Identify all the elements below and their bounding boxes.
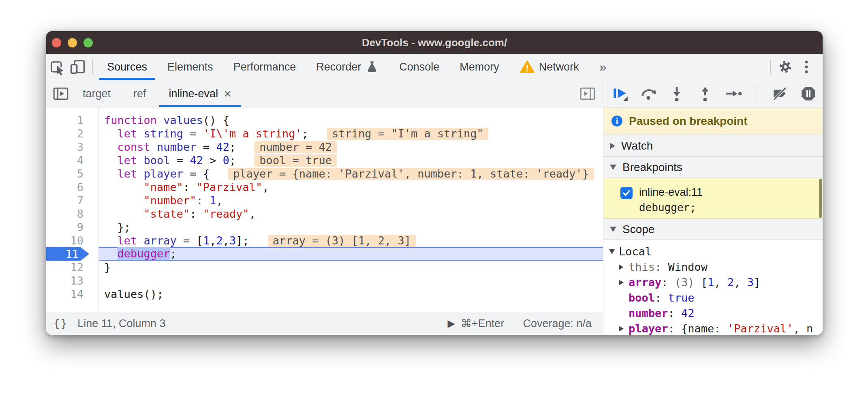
code-line-2[interactable]: let string = 'I\'m a string';string = "I… bbox=[99, 127, 603, 140]
code-area[interactable]: 12345678910121314 function values() { le… bbox=[46, 107, 603, 312]
scope-section-header[interactable]: Scope bbox=[603, 219, 823, 240]
code-token: number bbox=[157, 141, 197, 153]
titlebar[interactable]: DevTools - www.google.com/ bbox=[46, 31, 823, 54]
tab-label: Memory bbox=[460, 61, 499, 73]
device-toolbar-button[interactable] bbox=[67, 56, 88, 77]
tab-label: Performance bbox=[233, 61, 296, 73]
variable-name: bool bbox=[629, 290, 655, 306]
scope-variable-player[interactable]: player: {name: 'Parzival', n bbox=[603, 321, 823, 335]
code-line-3[interactable]: const number = 42;number = 42 bbox=[99, 140, 603, 154]
variable-value: 'Parzival' bbox=[727, 321, 793, 335]
tab-network[interactable]: Network bbox=[509, 54, 589, 80]
line-number-8[interactable]: 8 bbox=[46, 207, 98, 221]
code-lines[interactable]: function values() { let string = 'I\'m a… bbox=[99, 107, 603, 312]
line-number-2[interactable]: 2 bbox=[46, 127, 98, 140]
code-line-10[interactable]: let array = [1,2,3];array = (3) [1, 2, 3… bbox=[99, 234, 603, 247]
execution-line-marker[interactable]: 11 bbox=[46, 247, 89, 261]
file-tab-target[interactable]: target bbox=[71, 80, 122, 107]
tab-elements[interactable]: Elements bbox=[157, 54, 223, 80]
file-tab-inline-eval[interactable]: inline-eval× bbox=[158, 80, 243, 107]
navigator-toggle-button[interactable] bbox=[50, 83, 71, 104]
code-token: string bbox=[144, 127, 184, 140]
menu-button[interactable] bbox=[796, 56, 817, 77]
scope-local-row[interactable]: Local bbox=[603, 244, 823, 259]
code-token bbox=[137, 154, 143, 167]
code-line-14[interactable]: values(); bbox=[99, 287, 603, 301]
inline-eval-hint: bool = true bbox=[254, 154, 337, 167]
breakpoint-checkbox[interactable] bbox=[620, 187, 633, 199]
pause-on-exceptions-button[interactable] bbox=[799, 84, 818, 103]
line-number-1[interactable]: 1 bbox=[46, 113, 98, 127]
file-tab-label: ref bbox=[133, 88, 146, 100]
variable-value: 2 bbox=[727, 275, 734, 290]
step-out-button[interactable] bbox=[696, 84, 714, 103]
code-token: , bbox=[216, 194, 222, 207]
line-number-12[interactable]: 12 bbox=[46, 261, 98, 274]
code-token: ; bbox=[229, 141, 236, 153]
tab-performance[interactable]: Performance bbox=[223, 54, 306, 80]
code-line-12[interactable]: } bbox=[99, 261, 603, 274]
main-content: 12345678910121314 function values() { le… bbox=[46, 107, 823, 335]
line-number-7[interactable]: 7 bbox=[46, 194, 98, 207]
more-tabs-button[interactable]: » bbox=[589, 60, 617, 73]
line-number-13[interactable]: 13 bbox=[46, 274, 98, 287]
tab-memory[interactable]: Memory bbox=[449, 54, 509, 80]
line-number-10[interactable]: 10 bbox=[46, 234, 98, 247]
code-line-4[interactable]: let bool = 42 > 0;bool = true bbox=[99, 154, 603, 167]
debugger-panel-toggle-button[interactable] bbox=[577, 83, 598, 104]
code-token: 3 bbox=[229, 234, 236, 247]
coverage-label: Coverage: n/a bbox=[523, 317, 592, 330]
resume-button[interactable] bbox=[611, 84, 629, 103]
code-line-8[interactable]: "state": "ready", bbox=[99, 207, 603, 221]
variable-value: , n bbox=[793, 321, 813, 335]
close-tab-icon[interactable]: × bbox=[224, 87, 231, 100]
chevron-down-icon[interactable] bbox=[609, 249, 615, 254]
line-number-5[interactable]: 5 bbox=[46, 167, 98, 180]
code-line-11[interactable]: debugger; bbox=[99, 247, 603, 261]
tab-console[interactable]: Console bbox=[389, 54, 449, 80]
tab-recorder[interactable]: Recorder bbox=[306, 54, 389, 80]
code-line-7[interactable]: "number": 1, bbox=[99, 194, 603, 207]
code-token: : bbox=[190, 208, 203, 220]
scope-variable-array[interactable]: array: (3) [1, 2, 3] bbox=[603, 275, 823, 290]
line-number-6[interactable]: 6 bbox=[46, 180, 98, 194]
code-line-9[interactable]: }; bbox=[99, 221, 603, 234]
code-token: 2 bbox=[216, 234, 222, 247]
step-button[interactable] bbox=[724, 84, 743, 103]
deactivate-breakpoints-button[interactable] bbox=[771, 84, 789, 103]
scope-variable-this[interactable]: this: Window bbox=[603, 259, 823, 275]
format-code-icon[interactable]: {} bbox=[53, 317, 68, 330]
chevron-double-right-icon: » bbox=[599, 60, 607, 73]
variable-value: ] bbox=[754, 275, 760, 290]
code-token: : bbox=[183, 181, 197, 193]
chevron-right-icon[interactable] bbox=[619, 264, 624, 270]
code-token bbox=[104, 154, 118, 167]
breakpoint-entry[interactable]: inline-eval:11 debugger; bbox=[603, 178, 823, 219]
settings-button[interactable] bbox=[775, 56, 796, 77]
code-token: = bbox=[170, 154, 190, 167]
code-token: values(); bbox=[104, 288, 163, 300]
watch-section-header[interactable]: Watch bbox=[603, 135, 823, 157]
toolbar-separator bbox=[92, 60, 93, 74]
chevron-right-icon[interactable] bbox=[619, 326, 624, 332]
file-tab-ref[interactable]: ref bbox=[122, 80, 158, 107]
line-number-3[interactable]: 3 bbox=[46, 140, 98, 154]
sidebar-scrollbar-thumb[interactable] bbox=[819, 179, 822, 218]
paused-banner: i Paused on breakpoint bbox=[603, 107, 823, 135]
line-number-4[interactable]: 4 bbox=[46, 154, 98, 167]
code-line-13[interactable] bbox=[99, 274, 603, 287]
code-line-6[interactable]: "name": "Parzival", bbox=[99, 180, 603, 194]
code-token bbox=[104, 141, 118, 153]
code-line-5[interactable]: let player = {player = {name: 'Parzival'… bbox=[99, 167, 603, 180]
line-number-14[interactable]: 14 bbox=[46, 287, 98, 301]
line-number-9[interactable]: 9 bbox=[46, 221, 98, 234]
tab-sources[interactable]: Sources bbox=[97, 54, 157, 80]
code-token: , bbox=[223, 234, 229, 247]
line-number-gutter[interactable]: 12345678910121314 bbox=[46, 107, 99, 312]
chevron-right-icon[interactable] bbox=[619, 280, 624, 285]
code-line-1[interactable]: function values() { bbox=[99, 113, 603, 127]
breakpoints-section-header[interactable]: Breakpoints bbox=[603, 157, 823, 178]
step-over-button[interactable] bbox=[639, 84, 658, 103]
inspect-button[interactable] bbox=[46, 56, 67, 77]
step-into-button[interactable] bbox=[667, 84, 686, 103]
